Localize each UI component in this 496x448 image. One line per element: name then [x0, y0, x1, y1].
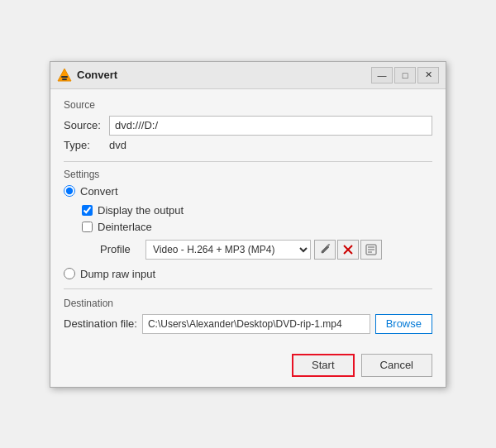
- convert-radio-label[interactable]: Convert: [80, 185, 118, 198]
- convert-radio-row: Convert: [64, 185, 432, 198]
- destination-file-row: Destination file: Browse: [64, 314, 432, 334]
- source-input[interactable]: [109, 116, 432, 136]
- destination-section: Destination Destination file: Browse: [64, 288, 432, 334]
- convert-window: Convert — □ ✕ Source Source: Type: dvd S…: [50, 61, 446, 388]
- svg-rect-2: [62, 79, 67, 80]
- destination-section-label: Destination: [64, 298, 432, 309]
- cancel-button[interactable]: Cancel: [361, 354, 432, 377]
- dest-file-input[interactable]: [142, 314, 370, 334]
- delete-icon: [342, 244, 354, 255]
- close-button[interactable]: ✕: [417, 67, 439, 83]
- convert-radio[interactable]: [64, 185, 75, 197]
- source-section: Source Source: Type: dvd: [64, 99, 432, 151]
- dest-file-label: Destination file:: [64, 317, 137, 330]
- display-output-label[interactable]: Display the output: [98, 204, 184, 217]
- deinterlace-row: Deinterlace: [82, 221, 432, 233]
- maximize-button[interactable]: □: [394, 67, 416, 83]
- type-field-row: Type: dvd: [64, 139, 432, 151]
- window-title: Convert: [77, 69, 371, 81]
- title-bar: Convert — □ ✕: [50, 62, 446, 89]
- window-content: Source Source: Type: dvd Settings Conver…: [50, 89, 446, 344]
- settings-section-label: Settings: [64, 169, 432, 180]
- display-output-row: Display the output: [82, 204, 432, 217]
- dump-raw-radio-row: Dump raw input: [64, 268, 432, 280]
- source-divider: [64, 161, 432, 162]
- source-label: Source:: [64, 119, 109, 131]
- window-controls: — □ ✕: [371, 67, 439, 83]
- minimize-button[interactable]: —: [371, 67, 393, 83]
- type-label: Type:: [64, 139, 109, 151]
- start-button[interactable]: Start: [292, 354, 354, 377]
- dump-raw-label[interactable]: Dump raw input: [80, 268, 155, 280]
- convert-options: Display the output Deinterlace Profile V…: [82, 204, 432, 260]
- profile-label: Profile: [100, 243, 145, 255]
- profile-select[interactable]: Video - H.264 + MP3 (MP4) Video - H.265 …: [145, 240, 311, 260]
- info-icon: [365, 244, 377, 255]
- browse-button[interactable]: Browse: [375, 314, 432, 334]
- display-output-checkbox[interactable]: [82, 205, 93, 216]
- dump-raw-radio[interactable]: [64, 268, 75, 279]
- svg-rect-1: [61, 76, 68, 78]
- source-field-row: Source:: [64, 116, 432, 136]
- profile-info-button[interactable]: [360, 240, 382, 260]
- profile-edit-button[interactable]: [314, 240, 336, 260]
- profile-buttons: [314, 240, 382, 260]
- settings-section: Settings Convert Display the output Dein…: [64, 169, 432, 280]
- wrench-icon: [319, 244, 331, 255]
- type-value: dvd: [109, 139, 126, 151]
- profile-delete-button[interactable]: [337, 240, 359, 260]
- deinterlace-checkbox[interactable]: [82, 222, 93, 232]
- footer: Start Cancel: [50, 344, 446, 387]
- app-icon: [57, 68, 72, 83]
- profile-row: Profile Video - H.264 + MP3 (MP4) Video …: [82, 240, 432, 260]
- deinterlace-label[interactable]: Deinterlace: [98, 221, 152, 233]
- source-section-label: Source: [64, 99, 432, 111]
